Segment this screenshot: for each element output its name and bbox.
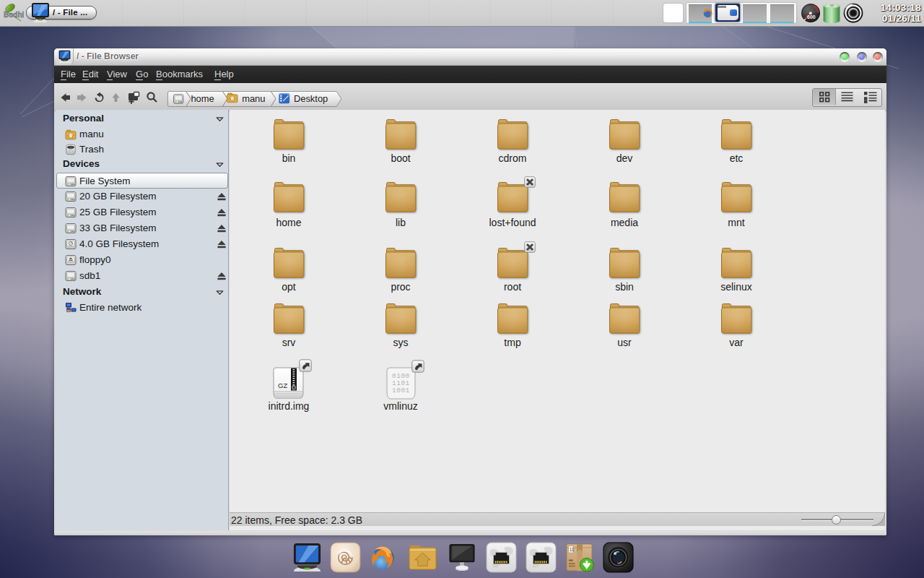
svg-text:11: 11 <box>570 547 575 552</box>
svg-text:GZ: GZ <box>278 381 287 389</box>
svg-text:manu: manu <box>242 93 265 104</box>
svg-text:home: home <box>191 93 214 104</box>
svg-text:1001: 1001 <box>392 387 410 394</box>
svg-text:Bodhi: Bodhi <box>4 11 24 19</box>
svg-text:600: 600 <box>807 14 816 20</box>
svg-text:Desktop: Desktop <box>294 93 328 104</box>
